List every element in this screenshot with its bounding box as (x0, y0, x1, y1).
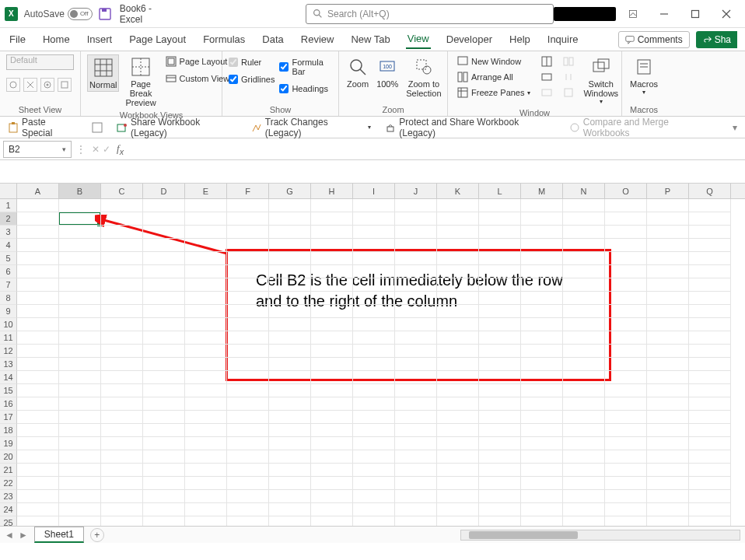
row-header-11[interactable]: 11 (0, 331, 17, 345)
protect-share-workbook-button[interactable]: Protect and Share Workbook (Legacy) (385, 117, 554, 138)
col-header-D[interactable]: D (143, 184, 185, 198)
normal-view-button[interactable]: Normal (87, 54, 119, 92)
row-header-6[interactable]: 6 (0, 265, 17, 278)
gridlines-checkbox[interactable]: Gridlines (229, 75, 275, 84)
headings-checkbox[interactable]: Headings (279, 84, 332, 93)
share-workbook-legacy-button[interactable]: Share Workbook (Legacy) (117, 117, 237, 138)
minimize-button[interactable] (650, 3, 678, 25)
name-box[interactable]: B2▾ (3, 141, 72, 158)
col-header-G[interactable]: G (269, 184, 311, 198)
sheet-nav-next-icon[interactable]: ► (19, 530, 28, 541)
row-header-12[interactable]: 12 (0, 345, 17, 358)
col-header-C[interactable]: C (101, 184, 143, 198)
sheet-nav-prev-icon[interactable]: ◄ (5, 530, 14, 541)
formula-bar-checkbox[interactable]: Formula Bar (279, 58, 332, 76)
col-header-A[interactable]: A (17, 184, 59, 198)
row-header-7[interactable]: 7 (0, 278, 17, 292)
zoom-to-selection-button[interactable]: Zoom to Selection (404, 54, 442, 100)
view-side-by-side-button[interactable] (560, 54, 577, 68)
quickbar-overflow[interactable]: ▾ (733, 122, 737, 133)
menu-review[interactable]: Review (299, 30, 336, 48)
paste-special-button[interactable]: Paste Special (8, 117, 78, 138)
sheet-view-select[interactable]: Default (6, 54, 74, 70)
col-header-M[interactable]: M (521, 184, 563, 198)
row-header-19[interactable]: 19 (0, 437, 17, 450)
close-button[interactable] (712, 3, 740, 25)
worksheet-grid[interactable]: A B C D E F G H I J K L M N O P Q 1 2 3 … (0, 184, 745, 526)
freeze-panes-button[interactable]: Freeze Panes ▾ (454, 86, 533, 100)
user-account[interactable] (554, 7, 616, 21)
add-sheet-button[interactable]: + (90, 528, 104, 542)
row-header-18[interactable]: 18 (0, 424, 17, 437)
menu-help[interactable]: Help (508, 30, 532, 48)
menu-new-tab[interactable]: New Tab (349, 30, 391, 48)
row-header-21[interactable]: 21 (0, 464, 17, 477)
row-header-14[interactable]: 14 (0, 371, 17, 384)
share-button[interactable]: Sha (696, 31, 737, 48)
row-header-3[interactable]: 3 (0, 226, 17, 239)
quickbar-icon-1[interactable] (92, 122, 103, 133)
unhide-button[interactable] (538, 86, 555, 100)
sheet-view-new-icon[interactable] (40, 78, 54, 92)
menu-developer[interactable]: Developer (445, 30, 494, 48)
row-header-22[interactable]: 22 (0, 477, 17, 490)
menu-file[interactable]: File (8, 30, 27, 48)
formula-cancel-icon[interactable]: ✕ (90, 144, 101, 155)
zoom-button[interactable]: Zoom (345, 54, 370, 90)
row-header-25[interactable]: 25 (0, 516, 17, 526)
formula-input[interactable] (128, 141, 745, 158)
row-header-5[interactable]: 5 (0, 252, 17, 265)
menu-formulas[interactable]: Formulas (201, 30, 247, 48)
reset-window-button[interactable] (560, 86, 577, 100)
ribbon-display-icon[interactable] (619, 3, 647, 25)
sheet-nav[interactable]: ◄ ► (5, 530, 28, 541)
page-break-preview-button[interactable]: Page Break Preview (124, 54, 157, 109)
col-header-K[interactable]: K (437, 184, 479, 198)
formula-enter-icon[interactable]: ✓ (101, 144, 112, 155)
track-changes-legacy-button[interactable]: Track Changes (Legacy) ▾ (251, 117, 372, 138)
col-header-F[interactable]: F (227, 184, 269, 198)
fx-icon[interactable]: fx (112, 142, 128, 156)
search-input[interactable]: Search (Alt+Q) (306, 4, 554, 24)
hide-button[interactable] (538, 70, 555, 84)
select-all-corner[interactable] (0, 184, 17, 198)
sheet-tab-sheet1[interactable]: Sheet1 (34, 527, 84, 543)
row-header-2[interactable]: 2 (0, 212, 17, 226)
col-header-N[interactable]: N (563, 184, 605, 198)
row-header-8[interactable]: 8 (0, 292, 17, 305)
col-header-E[interactable]: E (185, 184, 227, 198)
menu-data[interactable]: Data (261, 30, 285, 48)
arrange-all-button[interactable]: Arrange All (454, 70, 533, 84)
ruler-checkbox[interactable]: Ruler (229, 58, 275, 67)
menu-inquire[interactable]: Inquire (546, 30, 580, 48)
menu-home[interactable]: Home (41, 30, 72, 48)
sync-scroll-button[interactable] (560, 70, 577, 84)
horizontal-scrollbar[interactable] (460, 530, 740, 541)
sheet-view-options-icon[interactable] (58, 78, 72, 92)
save-icon[interactable] (99, 7, 112, 21)
new-window-button[interactable]: New Window (454, 54, 533, 68)
col-header-L[interactable]: L (479, 184, 521, 198)
row-header-16[interactable]: 16 (0, 397, 17, 411)
maximize-button[interactable] (681, 3, 709, 25)
col-header-Q[interactable]: Q (689, 184, 731, 198)
col-header-O[interactable]: O (605, 184, 647, 198)
sheet-view-keep-icon[interactable] (6, 78, 20, 92)
macros-button[interactable]: Macros▾ (628, 54, 659, 97)
row-header-24[interactable]: 24 (0, 503, 17, 516)
row-header-17[interactable]: 17 (0, 411, 17, 424)
col-header-J[interactable]: J (395, 184, 437, 198)
col-header-P[interactable]: P (647, 184, 689, 198)
split-button[interactable] (538, 54, 555, 68)
zoom-100-button[interactable]: 100 100% (375, 54, 400, 90)
row-header-13[interactable]: 13 (0, 358, 17, 371)
row-header-4[interactable]: 4 (0, 239, 17, 252)
scrollbar-thumb[interactable] (469, 531, 578, 539)
row-header-20[interactable]: 20 (0, 450, 17, 464)
col-header-H[interactable]: H (311, 184, 353, 198)
col-header-B[interactable]: B (59, 184, 101, 198)
menu-insert[interactable]: Insert (86, 30, 114, 48)
cells-area[interactable]: Cell B2 is the cell immediately below th… (17, 199, 745, 526)
switch-windows-button[interactable]: Switch Windows▾ (582, 54, 620, 107)
menu-view[interactable]: View (406, 30, 431, 49)
